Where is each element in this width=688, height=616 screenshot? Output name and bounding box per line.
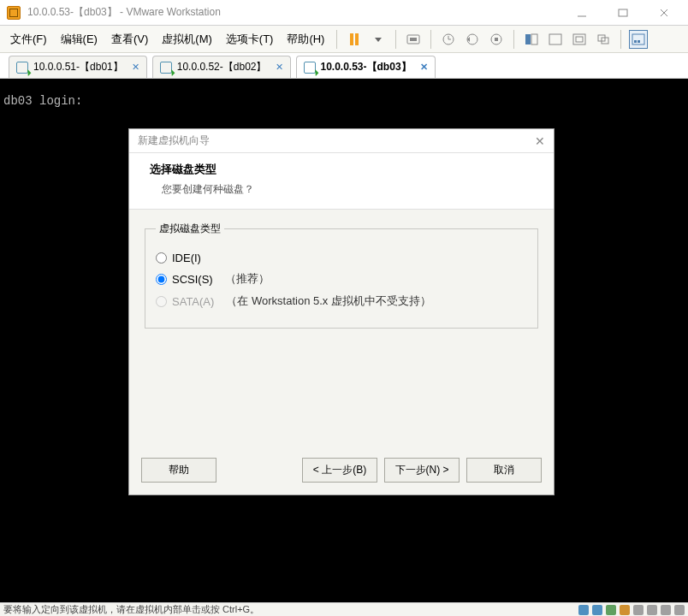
sata-note: （在 Workstation 5.x 虚拟机中不受支持） bbox=[226, 293, 431, 309]
close-icon[interactable]: ✕ bbox=[132, 62, 139, 73]
tab-db01[interactable]: 10.0.0.51-【db01】 ✕ bbox=[9, 56, 147, 78]
svg-rect-17 bbox=[576, 37, 583, 42]
group-label: 虚拟磁盘类型 bbox=[156, 222, 224, 236]
svg-rect-13 bbox=[525, 34, 531, 44]
svg-rect-12 bbox=[495, 38, 498, 41]
dialog-body: 虚拟磁盘类型 IDE(I) SCSI(S) （推荐） SATA(A) （在 Wo… bbox=[129, 210, 554, 449]
new-vm-wizard-dialog: 新建虚拟机向导 ✕ 选择磁盘类型 您要创建何种磁盘？ 虚拟磁盘类型 IDE(I)… bbox=[128, 128, 555, 495]
radio-ide-label: IDE(I) bbox=[172, 252, 201, 264]
dialog-titlebar: 新建虚拟机向导 ✕ bbox=[129, 129, 554, 153]
close-icon[interactable]: ✕ bbox=[276, 62, 283, 73]
menu-vm[interactable]: 虚拟机(M) bbox=[155, 28, 219, 50]
menu-tabs[interactable]: 选项卡(T) bbox=[219, 28, 281, 50]
svg-rect-6 bbox=[410, 38, 417, 41]
dialog-title: 新建虚拟机向导 bbox=[138, 133, 210, 148]
radio-ide-input[interactable] bbox=[156, 252, 167, 264]
close-icon[interactable]: ✕ bbox=[420, 62, 428, 73]
close-button[interactable] bbox=[647, 1, 681, 25]
svg-rect-22 bbox=[638, 40, 640, 43]
send-ctrl-alt-del-icon[interactable] bbox=[404, 30, 423, 49]
cancel-button[interactable]: 取消 bbox=[466, 458, 542, 483]
console-text: db03 login: bbox=[3, 94, 82, 108]
scsi-note: （推荐） bbox=[225, 271, 270, 287]
status-device-icons bbox=[578, 605, 685, 615]
next-button[interactable]: 下一步(N) > bbox=[384, 458, 460, 483]
unity-icon[interactable] bbox=[594, 30, 613, 49]
svg-rect-16 bbox=[573, 34, 585, 44]
back-button[interactable]: < 上一步(B) bbox=[302, 458, 377, 483]
thumbnail-bar-icon[interactable] bbox=[629, 30, 648, 49]
tab-db03[interactable]: 10.0.0.53-【db03】 ✕ bbox=[296, 56, 436, 78]
svg-rect-15 bbox=[549, 34, 561, 44]
radio-scsi-input[interactable] bbox=[156, 274, 167, 285]
svg-rect-1 bbox=[619, 9, 627, 16]
menu-help[interactable]: 帮助(H) bbox=[280, 28, 331, 50]
vm-icon bbox=[304, 62, 316, 74]
minimize-button[interactable] bbox=[565, 1, 599, 25]
toolbar-separator bbox=[620, 30, 621, 49]
vm-icon bbox=[160, 62, 172, 74]
dialog-close-button[interactable]: ✕ bbox=[535, 134, 545, 148]
toolbar-separator bbox=[336, 30, 337, 49]
disk-type-group: 虚拟磁盘类型 IDE(I) SCSI(S) （推荐） SATA(A) （在 Wo… bbox=[145, 222, 538, 329]
dropdown-icon[interactable] bbox=[369, 30, 388, 49]
device-icon[interactable] bbox=[633, 605, 644, 615]
tab-label: 10.0.0.52-【db02】 bbox=[177, 60, 267, 74]
dialog-footer: 帮助 < 上一步(B) 下一步(N) > 取消 bbox=[129, 449, 554, 495]
vm-icon bbox=[16, 62, 28, 74]
dialog-header: 选择磁盘类型 您要创建何种磁盘？ bbox=[129, 153, 554, 210]
toolbar-separator bbox=[513, 30, 514, 49]
fullscreen-icon[interactable] bbox=[570, 30, 589, 49]
pause-button[interactable] bbox=[345, 30, 364, 49]
window-titlebar: 10.0.0.53-【db03】 - VMware Workstation bbox=[0, 0, 688, 26]
tab-label: 10.0.0.51-【db01】 bbox=[33, 60, 123, 74]
radio-sata-label: SATA(A) bbox=[172, 295, 214, 308]
device-icon[interactable] bbox=[674, 605, 685, 615]
svg-rect-20 bbox=[632, 34, 644, 44]
view-single-icon[interactable] bbox=[546, 30, 565, 49]
view-console-icon[interactable] bbox=[522, 30, 541, 49]
toolbar-separator bbox=[395, 30, 396, 49]
svg-rect-14 bbox=[531, 34, 537, 44]
vm-tabbar: 10.0.0.51-【db01】 ✕ 10.0.0.52-【db02】 ✕ 10… bbox=[0, 53, 688, 79]
snapshot-manager-icon[interactable] bbox=[487, 30, 506, 49]
menu-edit[interactable]: 编辑(E) bbox=[54, 28, 104, 50]
device-icon[interactable] bbox=[620, 605, 630, 615]
menu-view[interactable]: 查看(V) bbox=[104, 28, 155, 50]
menu-toolbar: 文件(F) 编辑(E) 查看(V) 虚拟机(M) 选项卡(T) 帮助(H) bbox=[0, 26, 688, 53]
radio-ide[interactable]: IDE(I) bbox=[156, 252, 527, 264]
maximize-button[interactable] bbox=[606, 1, 640, 25]
menu-file[interactable]: 文件(F) bbox=[3, 28, 54, 50]
tab-label: 10.0.0.53-【db03】 bbox=[321, 60, 412, 74]
snapshot-revert-icon[interactable] bbox=[463, 30, 482, 49]
radio-sata-input bbox=[156, 296, 167, 307]
svg-rect-21 bbox=[634, 40, 637, 43]
svg-marker-4 bbox=[375, 38, 382, 42]
dialog-subheading: 您要创建何种磁盘？ bbox=[162, 182, 533, 197]
window-title: 10.0.0.53-【db03】 - VMware Workstation bbox=[27, 5, 565, 20]
device-icon[interactable] bbox=[592, 605, 602, 615]
radio-scsi[interactable]: SCSI(S) （推荐） bbox=[156, 271, 527, 287]
radio-scsi-label: SCSI(S) bbox=[172, 273, 213, 286]
dialog-heading: 选择磁盘类型 bbox=[150, 162, 533, 177]
device-icon[interactable] bbox=[578, 605, 589, 615]
device-icon[interactable] bbox=[647, 605, 657, 615]
snapshot-take-icon[interactable] bbox=[439, 30, 458, 49]
device-icon[interactable] bbox=[661, 605, 671, 615]
statusbar: 要将输入定向到该虚拟机，请在虚拟机内部单击或按 Ctrl+G。 bbox=[0, 602, 688, 616]
tab-db02[interactable]: 10.0.0.52-【db02】 ✕ bbox=[152, 56, 291, 78]
radio-sata: SATA(A) （在 Workstation 5.x 虚拟机中不受支持） bbox=[156, 293, 527, 309]
statusbar-hint: 要将输入定向到该虚拟机，请在虚拟机内部单击或按 Ctrl+G。 bbox=[3, 603, 259, 616]
toolbar-separator bbox=[430, 30, 431, 49]
vmware-logo-icon bbox=[7, 6, 21, 20]
help-button[interactable]: 帮助 bbox=[141, 458, 216, 483]
device-icon[interactable] bbox=[606, 605, 616, 615]
